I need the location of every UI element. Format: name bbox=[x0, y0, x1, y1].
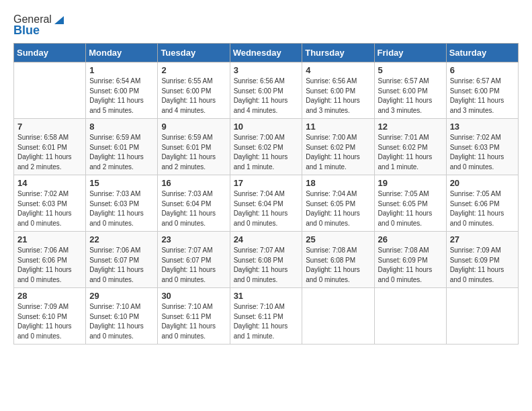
logo: General Blue bbox=[13, 13, 65, 38]
calendar-cell: 18Sunrise: 7:04 AM Sunset: 6:05 PM Dayli… bbox=[302, 175, 374, 232]
day-info: Sunrise: 7:06 AM Sunset: 6:07 PM Dayligh… bbox=[89, 246, 154, 285]
day-number: 18 bbox=[306, 178, 370, 188]
calendar-cell: 20Sunrise: 7:05 AM Sunset: 6:06 PM Dayli… bbox=[446, 175, 518, 232]
day-number: 30 bbox=[161, 291, 226, 301]
calendar-cell: 13Sunrise: 7:02 AM Sunset: 6:03 PM Dayli… bbox=[446, 119, 518, 175]
day-of-week-sunday: Sunday bbox=[14, 44, 86, 62]
calendar-cell: 2Sunrise: 6:55 AM Sunset: 6:00 PM Daylig… bbox=[158, 62, 230, 119]
calendar-cell bbox=[14, 62, 86, 119]
calendar-cell: 10Sunrise: 7:00 AM Sunset: 6:02 PM Dayli… bbox=[230, 119, 302, 175]
day-info: Sunrise: 6:59 AM Sunset: 6:01 PM Dayligh… bbox=[161, 133, 226, 172]
day-info: Sunrise: 6:58 AM Sunset: 6:01 PM Dayligh… bbox=[17, 133, 82, 172]
calendar-cell: 31Sunrise: 7:10 AM Sunset: 6:11 PM Dayli… bbox=[230, 288, 302, 345]
day-number: 3 bbox=[234, 65, 299, 75]
days-of-week-header: SundayMondayTuesdayWednesdayThursdayFrid… bbox=[14, 44, 519, 62]
day-info: Sunrise: 6:57 AM Sunset: 6:00 PM Dayligh… bbox=[450, 77, 515, 116]
svg-marker-0 bbox=[54, 16, 64, 24]
day-info: Sunrise: 7:06 AM Sunset: 6:06 PM Dayligh… bbox=[17, 246, 82, 285]
day-info: Sunrise: 7:10 AM Sunset: 6:10 PM Dayligh… bbox=[89, 302, 154, 341]
day-info: Sunrise: 7:09 AM Sunset: 6:10 PM Dayligh… bbox=[17, 302, 82, 341]
calendar-cell: 16Sunrise: 7:03 AM Sunset: 6:04 PM Dayli… bbox=[158, 175, 230, 232]
day-info: Sunrise: 7:04 AM Sunset: 6:04 PM Dayligh… bbox=[234, 189, 299, 228]
calendar-cell: 1Sunrise: 6:54 AM Sunset: 6:00 PM Daylig… bbox=[86, 62, 158, 119]
day-number: 14 bbox=[17, 178, 82, 188]
day-info: Sunrise: 7:00 AM Sunset: 6:02 PM Dayligh… bbox=[234, 133, 299, 172]
calendar-cell: 29Sunrise: 7:10 AM Sunset: 6:10 PM Dayli… bbox=[86, 288, 158, 345]
day-info: Sunrise: 7:03 AM Sunset: 6:04 PM Dayligh… bbox=[161, 189, 226, 228]
day-number: 22 bbox=[89, 234, 154, 244]
day-number: 21 bbox=[17, 234, 82, 244]
day-info: Sunrise: 7:04 AM Sunset: 6:05 PM Dayligh… bbox=[306, 189, 370, 228]
day-info: Sunrise: 7:08 AM Sunset: 6:08 PM Dayligh… bbox=[306, 246, 370, 285]
day-info: Sunrise: 7:10 AM Sunset: 6:11 PM Dayligh… bbox=[234, 302, 299, 341]
calendar-cell: 23Sunrise: 7:07 AM Sunset: 6:07 PM Dayli… bbox=[158, 232, 230, 288]
calendar-cell: 19Sunrise: 7:05 AM Sunset: 6:05 PM Dayli… bbox=[374, 175, 446, 232]
calendar-cell: 22Sunrise: 7:06 AM Sunset: 6:07 PM Dayli… bbox=[86, 232, 158, 288]
day-number: 5 bbox=[378, 65, 443, 75]
day-number: 24 bbox=[234, 234, 299, 244]
calendar-cell: 27Sunrise: 7:09 AM Sunset: 6:09 PM Dayli… bbox=[446, 232, 518, 288]
day-number: 17 bbox=[234, 178, 299, 188]
calendar-cell: 30Sunrise: 7:10 AM Sunset: 6:11 PM Dayli… bbox=[158, 288, 230, 345]
day-info: Sunrise: 7:03 AM Sunset: 6:03 PM Dayligh… bbox=[89, 189, 154, 228]
day-number: 13 bbox=[450, 122, 515, 132]
day-number: 1 bbox=[89, 65, 154, 75]
day-of-week-saturday: Saturday bbox=[446, 44, 518, 62]
day-info: Sunrise: 6:57 AM Sunset: 6:00 PM Dayligh… bbox=[378, 77, 443, 116]
calendar-cell: 14Sunrise: 7:02 AM Sunset: 6:03 PM Dayli… bbox=[14, 175, 86, 232]
day-number: 23 bbox=[161, 234, 226, 244]
day-of-week-thursday: Thursday bbox=[302, 44, 374, 62]
calendar-week-1: 1Sunrise: 6:54 AM Sunset: 6:00 PM Daylig… bbox=[14, 62, 519, 119]
day-number: 19 bbox=[378, 178, 443, 188]
day-info: Sunrise: 7:02 AM Sunset: 6:03 PM Dayligh… bbox=[450, 133, 515, 172]
day-number: 20 bbox=[450, 178, 515, 188]
calendar-cell: 9Sunrise: 6:59 AM Sunset: 6:01 PM Daylig… bbox=[158, 119, 230, 175]
calendar-cell: 7Sunrise: 6:58 AM Sunset: 6:01 PM Daylig… bbox=[14, 119, 86, 175]
day-number: 2 bbox=[161, 65, 226, 75]
calendar-cell: 26Sunrise: 7:08 AM Sunset: 6:09 PM Dayli… bbox=[374, 232, 446, 288]
day-info: Sunrise: 6:56 AM Sunset: 6:00 PM Dayligh… bbox=[306, 77, 370, 116]
day-number: 10 bbox=[234, 122, 299, 132]
calendar-table: SundayMondayTuesdayWednesdayThursdayFrid… bbox=[13, 43, 519, 345]
day-of-week-monday: Monday bbox=[86, 44, 158, 62]
calendar-cell: 12Sunrise: 7:01 AM Sunset: 6:02 PM Dayli… bbox=[374, 119, 446, 175]
calendar-cell: 11Sunrise: 7:00 AM Sunset: 6:02 PM Dayli… bbox=[302, 119, 374, 175]
calendar-week-3: 14Sunrise: 7:02 AM Sunset: 6:03 PM Dayli… bbox=[14, 175, 519, 232]
day-number: 29 bbox=[89, 291, 154, 301]
calendar-cell: 8Sunrise: 6:59 AM Sunset: 6:01 PM Daylig… bbox=[86, 119, 158, 175]
day-of-week-tuesday: Tuesday bbox=[158, 44, 230, 62]
day-info: Sunrise: 7:08 AM Sunset: 6:09 PM Dayligh… bbox=[378, 246, 443, 285]
day-number: 12 bbox=[378, 122, 443, 132]
day-of-week-wednesday: Wednesday bbox=[230, 44, 302, 62]
day-number: 25 bbox=[306, 234, 370, 244]
day-info: Sunrise: 6:56 AM Sunset: 6:00 PM Dayligh… bbox=[234, 77, 299, 116]
day-info: Sunrise: 7:00 AM Sunset: 6:02 PM Dayligh… bbox=[306, 133, 370, 172]
calendar-cell: 28Sunrise: 7:09 AM Sunset: 6:10 PM Dayli… bbox=[14, 288, 86, 345]
calendar-cell: 15Sunrise: 7:03 AM Sunset: 6:03 PM Dayli… bbox=[86, 175, 158, 232]
logo-blue-text: Blue bbox=[13, 24, 40, 38]
calendar-cell: 17Sunrise: 7:04 AM Sunset: 6:04 PM Dayli… bbox=[230, 175, 302, 232]
calendar-cell: 3Sunrise: 6:56 AM Sunset: 6:00 PM Daylig… bbox=[230, 62, 302, 119]
day-info: Sunrise: 7:07 AM Sunset: 6:07 PM Dayligh… bbox=[161, 246, 226, 285]
calendar-cell bbox=[302, 288, 374, 345]
day-number: 26 bbox=[378, 234, 443, 244]
day-info: Sunrise: 6:54 AM Sunset: 6:00 PM Dayligh… bbox=[89, 77, 154, 116]
calendar-week-5: 28Sunrise: 7:09 AM Sunset: 6:10 PM Dayli… bbox=[14, 288, 519, 345]
day-number: 15 bbox=[89, 178, 154, 188]
day-number: 16 bbox=[161, 178, 226, 188]
day-info: Sunrise: 7:05 AM Sunset: 6:05 PM Dayligh… bbox=[378, 189, 443, 228]
calendar-week-2: 7Sunrise: 6:58 AM Sunset: 6:01 PM Daylig… bbox=[14, 119, 519, 175]
calendar-cell: 6Sunrise: 6:57 AM Sunset: 6:00 PM Daylig… bbox=[446, 62, 518, 119]
logo-icon bbox=[53, 13, 65, 26]
day-info: Sunrise: 7:09 AM Sunset: 6:09 PM Dayligh… bbox=[450, 246, 515, 285]
day-number: 7 bbox=[17, 122, 82, 132]
page-header: General Blue bbox=[13, 13, 519, 38]
day-info: Sunrise: 7:05 AM Sunset: 6:06 PM Dayligh… bbox=[450, 189, 515, 228]
day-info: Sunrise: 6:55 AM Sunset: 6:00 PM Dayligh… bbox=[161, 77, 226, 116]
calendar-cell: 21Sunrise: 7:06 AM Sunset: 6:06 PM Dayli… bbox=[14, 232, 86, 288]
day-number: 11 bbox=[306, 122, 370, 132]
calendar-cell: 4Sunrise: 6:56 AM Sunset: 6:00 PM Daylig… bbox=[302, 62, 374, 119]
day-info: Sunrise: 7:10 AM Sunset: 6:11 PM Dayligh… bbox=[161, 302, 226, 341]
day-number: 4 bbox=[306, 65, 370, 75]
day-number: 27 bbox=[450, 234, 515, 244]
